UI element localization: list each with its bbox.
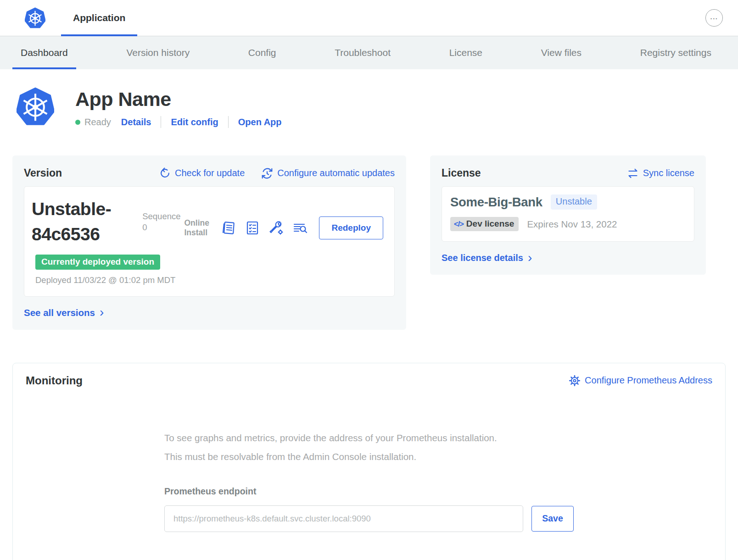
edit-config-link[interactable]: Edit config (171, 117, 218, 128)
auto-update-clock-icon (261, 167, 273, 179)
license-type-label: Dev license (466, 219, 514, 229)
license-expiry: Expires Nov 13, 2022 (527, 219, 617, 230)
nav-tab-troubleshoot[interactable]: Troubleshoot (326, 36, 399, 69)
nav-tab-label: Config (248, 47, 276, 58)
configure-automatic-updates-link[interactable]: Configure automatic updates (261, 167, 395, 179)
application-tab[interactable]: Application (61, 0, 137, 36)
see-all-versions-link[interactable]: See all versions › (24, 307, 395, 318)
check-for-update-link[interactable]: Check for update (159, 167, 245, 179)
monitoring-section: Monitoring Configure Prometheus Address … (12, 363, 726, 560)
license-type-badge: </> Dev license (450, 217, 519, 231)
status-label: Ready (84, 117, 111, 128)
sync-arrows-icon (627, 167, 639, 179)
version-label: Unstable-84c6536 (32, 196, 131, 247)
nav-tab-version-history[interactable]: Version history (118, 36, 198, 69)
monitoring-description-line1: To see graphs and metrics, provide the a… (164, 428, 574, 447)
sync-license-label: Sync license (643, 168, 694, 178)
app-navbar: Dashboard Version history Config Trouble… (0, 36, 738, 69)
sync-license-link[interactable]: Sync license (627, 167, 694, 179)
sequence-label: Sequence 0 (142, 211, 184, 247)
app-kubernetes-logo-icon (17, 87, 54, 127)
nav-tab-dashboard[interactable]: Dashboard (12, 36, 76, 69)
prometheus-endpoint-label: Prometheus endpoint (164, 486, 574, 497)
divider (228, 116, 229, 128)
nav-tab-label: License (449, 47, 482, 58)
ellipsis-icon: ... (710, 13, 718, 20)
chevron-right-icon: › (528, 253, 532, 262)
version-panel: Version Check for update (12, 155, 406, 330)
see-license-details-label: See license details (442, 253, 523, 263)
configure-prometheus-label: Configure Prometheus Address (585, 375, 712, 386)
nav-tab-label: View files (541, 47, 581, 58)
redeploy-button[interactable]: Redeploy (319, 216, 383, 239)
nav-tab-label: Troubleshoot (335, 47, 391, 58)
monitoring-description-line2: This must be resolvable from the Admin C… (164, 447, 574, 466)
channel-badge: Unstable (551, 194, 597, 210)
license-panel: License Sync license Some-Big-Bank Unsta… (430, 155, 706, 275)
nav-tab-label: Version history (126, 47, 190, 58)
nav-tab-license[interactable]: License (441, 36, 491, 69)
deployed-timestamp: Deployed 11/03/22 @ 01:02 pm MDT (35, 275, 182, 285)
license-card: Some-Big-Bank Unstable </> Dev license E… (442, 186, 694, 242)
prometheus-endpoint-input[interactable] (164, 505, 523, 532)
edit-config-wrench-icon[interactable] (268, 220, 284, 236)
status-ready-dot (75, 120, 80, 125)
application-tab-label: Application (73, 12, 125, 23)
details-link[interactable]: Details (121, 117, 151, 128)
top-bar: Application ... (0, 0, 738, 36)
nav-tab-label: Dashboard (21, 47, 68, 58)
license-name: Some-Big-Bank (450, 195, 542, 210)
configure-automatic-updates-label: Configure automatic updates (277, 168, 395, 178)
see-license-details-link[interactable]: See license details › (442, 253, 694, 263)
nav-tab-label: Registry settings (640, 47, 711, 58)
currently-deployed-badge: Currently deployed version (35, 255, 160, 270)
configure-prometheus-link[interactable]: Configure Prometheus Address (569, 375, 712, 387)
gear-icon (569, 375, 581, 387)
divider (161, 116, 161, 128)
license-heading: License (442, 167, 481, 179)
code-icon: </> (454, 220, 464, 228)
nav-tab-registry-settings[interactable]: Registry settings (632, 36, 720, 69)
nav-tab-config[interactable]: Config (240, 36, 285, 69)
overflow-menu-button[interactable]: ... (705, 9, 723, 27)
nav-tab-view-files[interactable]: View files (533, 36, 590, 69)
save-button[interactable]: Save (531, 506, 574, 532)
chevron-right-icon: › (100, 308, 104, 317)
see-all-versions-label: See all versions (24, 307, 95, 318)
preflight-checks-icon[interactable] (245, 220, 260, 236)
current-version-card: Unstable-84c6536 Sequence 0 Online Insta… (24, 186, 395, 297)
check-for-update-label: Check for update (175, 168, 245, 178)
refresh-icon (159, 167, 171, 179)
kubernetes-logo-icon (25, 7, 45, 29)
monitoring-heading: Monitoring (26, 374, 83, 387)
app-status-row: Ready Details Edit config Open App (75, 116, 282, 128)
app-header: App Name Ready Details Edit config Open … (17, 87, 726, 128)
open-app-link[interactable]: Open App (238, 117, 282, 128)
version-heading: Version (24, 167, 62, 179)
view-diff-logs-icon[interactable] (292, 220, 308, 236)
release-notes-icon[interactable] (221, 220, 236, 236)
install-type-label: Online Install (184, 218, 212, 238)
page-title: App Name (75, 88, 282, 111)
